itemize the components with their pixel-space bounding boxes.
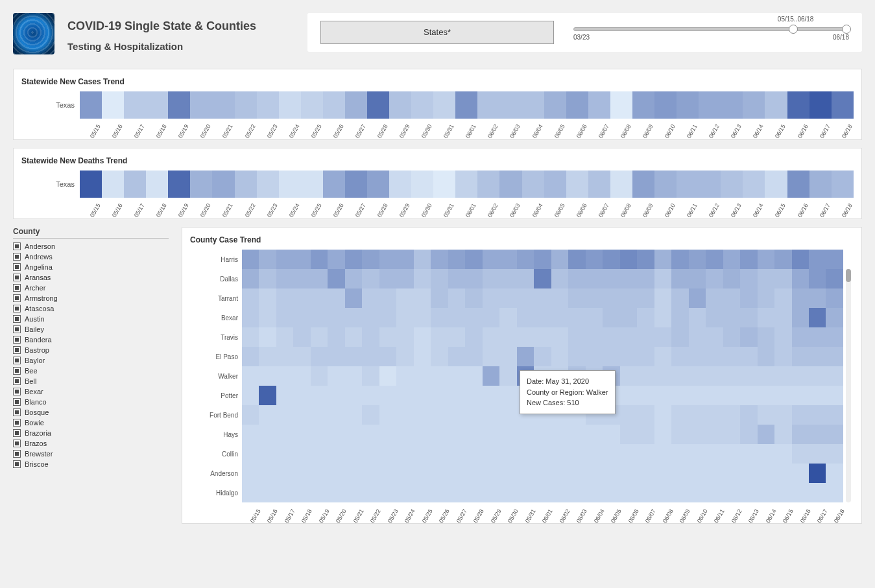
heatmap-cell[interactable]: [168, 91, 190, 119]
heatmap-cell[interactable]: [723, 327, 740, 347]
heatmap-cell[interactable]: [809, 483, 826, 502]
heatmap-cell[interactable]: [235, 171, 257, 198]
heatmap-cell[interactable]: [568, 250, 585, 269]
heatmap-cell[interactable]: [345, 405, 362, 425]
heatmap-cell[interactable]: [212, 91, 234, 119]
heatmap-cell[interactable]: [465, 386, 482, 405]
scroll-thumb[interactable]: [846, 269, 851, 282]
heatmap-cell[interactable]: [396, 425, 413, 444]
heatmap-cell[interactable]: [826, 444, 843, 464]
heatmap-cell[interactable]: [431, 308, 448, 327]
checkbox-icon[interactable]: [13, 408, 21, 416]
heatmap-cell[interactable]: [328, 444, 344, 464]
heatmap-cell[interactable]: [671, 464, 688, 483]
heatmap-cell[interactable]: [620, 483, 637, 502]
heatmap-cell[interactable]: [499, 483, 516, 502]
heatmap-cell[interactable]: [534, 425, 551, 444]
heatmap-cell[interactable]: [465, 250, 482, 269]
heatmap-cell[interactable]: [551, 444, 568, 464]
heatmap-cell[interactable]: [379, 444, 396, 464]
heatmap-cell[interactable]: [826, 483, 843, 502]
heatmap-cell[interactable]: [551, 250, 568, 269]
heatmap-cell[interactable]: [212, 171, 234, 198]
checkbox-icon[interactable]: [13, 242, 21, 250]
heatmap-cell[interactable]: [809, 269, 826, 288]
heatmap-cell[interactable]: [483, 269, 499, 288]
heatmap-cell[interactable]: [431, 366, 448, 386]
heatmap-cell[interactable]: [448, 269, 465, 288]
heatmap-cell[interactable]: [551, 425, 568, 444]
filter-item[interactable]: Andrews: [13, 252, 169, 262]
heatmap-cell[interactable]: [568, 327, 585, 347]
heatmap-cell[interactable]: [637, 386, 654, 405]
heatmap-cell[interactable]: [534, 347, 551, 366]
heatmap-cell[interactable]: [448, 366, 465, 386]
heatmap-cell[interactable]: [637, 327, 654, 347]
heatmap-cell[interactable]: [517, 483, 534, 502]
heatmap-cell[interactable]: [758, 269, 774, 288]
heatmap-cell[interactable]: [809, 444, 826, 464]
heatmap-cell[interactable]: [102, 91, 124, 119]
heatmap-cell[interactable]: [379, 250, 396, 269]
heatmap-cell[interactable]: [259, 405, 276, 425]
heatmap-cell[interactable]: [620, 327, 637, 347]
heatmap-cell[interactable]: [465, 405, 482, 425]
heatmap-cell[interactable]: [259, 308, 276, 327]
heatmap-cell[interactable]: [448, 483, 465, 502]
heatmap-cell[interactable]: [431, 405, 448, 425]
heatmap-cell[interactable]: [517, 425, 534, 444]
heatmap-cell[interactable]: [826, 425, 843, 444]
heatmap-cell[interactable]: [389, 171, 411, 198]
heatmap-cell[interactable]: [389, 91, 411, 119]
heatmap-cell[interactable]: [499, 171, 521, 198]
heatmap-cell[interactable]: [242, 269, 259, 288]
heatmap-cell[interactable]: [323, 91, 345, 119]
heatmap-cell[interactable]: [765, 91, 787, 119]
heatmap-cell[interactable]: [758, 464, 774, 483]
heatmap-cell[interactable]: [620, 444, 637, 464]
heatmap-cell[interactable]: [379, 483, 396, 502]
heatmap-cell[interactable]: [654, 347, 671, 366]
heatmap-cell[interactable]: [362, 425, 379, 444]
heatmap-cell[interactable]: [414, 347, 431, 366]
heatmap-cell[interactable]: [551, 483, 568, 502]
heatmap-cell[interactable]: [146, 171, 168, 198]
heatmap-cell[interactable]: [483, 308, 499, 327]
heatmap-cell[interactable]: [620, 347, 637, 366]
heatmap-cell[interactable]: [654, 483, 671, 502]
heatmap-cell[interactable]: [522, 91, 544, 119]
heatmap-cell[interactable]: [534, 269, 551, 288]
heatmap-cell[interactable]: [689, 483, 706, 502]
heatmap-cell[interactable]: [706, 464, 723, 483]
heatmap-cell[interactable]: [551, 269, 568, 288]
checkbox-icon[interactable]: [13, 315, 21, 323]
filter-item[interactable]: Aransas: [13, 272, 169, 283]
heatmap-cell[interactable]: [379, 327, 396, 347]
heatmap-cell[interactable]: [792, 269, 809, 288]
heatmap-cell[interactable]: [826, 386, 843, 405]
heatmap-cell[interactable]: [654, 91, 677, 119]
heatmap-cell[interactable]: [431, 425, 448, 444]
heatmap-cell[interactable]: [723, 386, 740, 405]
heatmap-cell[interactable]: [499, 250, 516, 269]
heatmap-cell[interactable]: [740, 366, 757, 386]
heatmap-cell[interactable]: [774, 269, 791, 288]
heatmap-cell[interactable]: [311, 288, 328, 308]
heatmap-cell[interactable]: [259, 366, 276, 386]
heatmap-cell[interactable]: [826, 464, 843, 483]
heatmap-cell[interactable]: [792, 405, 809, 425]
filter-item[interactable]: Archer: [13, 283, 169, 293]
heatmap-cell[interactable]: [826, 327, 843, 347]
heatmap-cell[interactable]: [431, 347, 448, 366]
heatmap-cell[interactable]: [362, 327, 379, 347]
heatmap-cell[interactable]: [259, 444, 276, 464]
heatmap-cell[interactable]: [242, 405, 259, 425]
filter-item[interactable]: Bee: [13, 366, 169, 376]
heatmap-cell[interactable]: [448, 308, 465, 327]
heatmap-cell[interactable]: [826, 288, 843, 308]
heatmap-cell[interactable]: [689, 444, 706, 464]
heatmap-cell[interactable]: [654, 464, 671, 483]
filter-item[interactable]: Bowie: [13, 417, 169, 428]
heatmap-cell[interactable]: [293, 308, 310, 327]
heatmap-cell[interactable]: [706, 269, 723, 288]
